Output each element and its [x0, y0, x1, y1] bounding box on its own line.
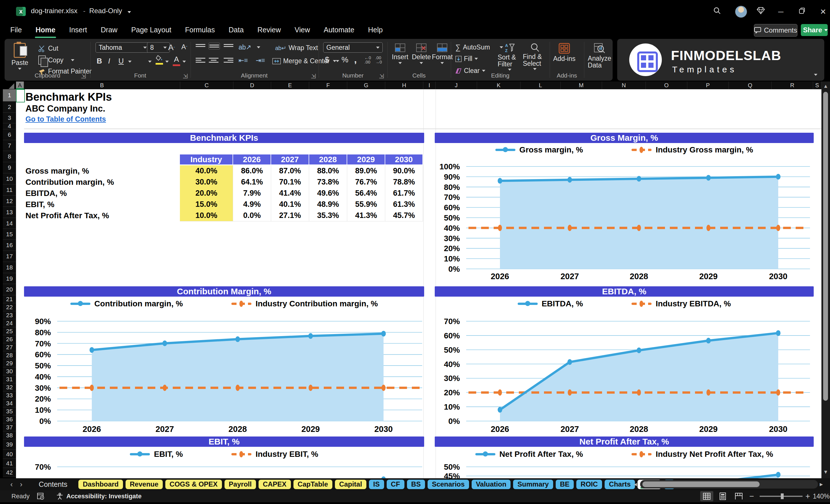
grow-font-button[interactable]: Aˆ — [168, 43, 175, 52]
row-header-39[interactable]: 39 — [3, 439, 16, 450]
table-of-contents-link[interactable]: Go to Table of Contents — [26, 115, 106, 123]
sort-filter-button[interactable]: AZ Sort & Filter — [498, 43, 522, 71]
sheet-tab-charts[interactable]: Charts — [605, 480, 635, 489]
underline-button[interactable]: U — [119, 57, 124, 65]
row-header-41[interactable]: 41 — [3, 459, 16, 468]
search-icon[interactable] — [711, 6, 723, 17]
column-headers[interactable]: ABCDEFGHIJKLMNOPQRS — [16, 82, 822, 89]
horizontal-scrollbar[interactable] — [640, 480, 818, 489]
column-header-D[interactable]: D — [233, 82, 271, 89]
menu-tab-insert[interactable]: Insert — [69, 24, 88, 36]
column-header-K[interactable]: K — [477, 82, 520, 89]
row-header-6[interactable]: 6 — [3, 129, 16, 140]
autosum-button[interactable]: ∑ AutoSum — [455, 43, 503, 52]
hscroll-left-arrow[interactable]: ◂ — [634, 480, 637, 488]
comma-format-button[interactable]: , — [354, 54, 357, 65]
row-header-25[interactable]: 25 — [3, 327, 16, 335]
kpi-cell[interactable]: 40.1% — [271, 199, 309, 210]
row-header-20[interactable]: 20 — [3, 284, 16, 295]
row-header-9[interactable]: 9 — [3, 162, 16, 174]
hscroll-thumb[interactable] — [642, 481, 760, 487]
sheet-tab-captable[interactable]: CapTable — [293, 480, 332, 489]
orientation-button[interactable]: ab↗ — [238, 43, 251, 51]
row-header-22[interactable]: 22 — [3, 303, 16, 311]
zoom-in-button[interactable]: + — [805, 490, 810, 502]
kpi-cell[interactable]: 35.3% — [309, 210, 347, 221]
cut-button[interactable]: Cut — [38, 44, 58, 52]
top-align-button[interactable] — [196, 43, 205, 48]
align-center-button[interactable] — [209, 57, 219, 64]
sheet-tab-payroll[interactable]: Payroll — [225, 480, 256, 489]
shrink-font-button[interactable]: Aˇ — [181, 43, 187, 51]
row-header-33[interactable]: 33 — [3, 391, 16, 399]
sheet-tab-is[interactable]: IS — [369, 480, 384, 489]
menu-tab-formulas[interactable]: Formulas — [185, 24, 215, 36]
number-dialog-launcher[interactable]: ↘ — [379, 74, 384, 78]
kpi-cell[interactable]: 7.9% — [233, 188, 271, 199]
menu-tab-home[interactable]: Home — [35, 24, 56, 36]
row-header-4[interactable]: 4 — [3, 123, 16, 129]
menu-tab-review[interactable]: Review — [257, 24, 281, 36]
vscroll-up-arrow[interactable]: ▲ — [822, 83, 830, 89]
zoom-level[interactable]: 140% — [813, 490, 830, 502]
kpi-cell[interactable]: 40.0% — [180, 165, 233, 177]
row-header-3[interactable]: 3 — [3, 113, 16, 123]
column-header-L[interactable]: L — [520, 82, 561, 89]
row-header-35[interactable]: 35 — [3, 407, 16, 415]
kpi-cell[interactable]: 88.0% — [309, 165, 347, 177]
delete-cells-button[interactable]: ✕ Delete — [412, 43, 431, 64]
fill-color-dropdown[interactable] — [165, 61, 169, 63]
column-header-P[interactable]: P — [687, 82, 729, 89]
macro-record-icon[interactable] — [37, 490, 44, 502]
row-header-18[interactable]: 18 — [3, 262, 16, 273]
kpi-cell[interactable]: 4.9% — [233, 199, 271, 210]
row-header-34[interactable]: 34 — [3, 399, 16, 407]
paste-button[interactable]: Paste — [11, 43, 28, 70]
accessibility-status[interactable]: Accessibility: Investigate — [56, 490, 141, 502]
bottom-align-button[interactable] — [224, 43, 233, 48]
row-header-7[interactable]: 7 — [3, 140, 16, 151]
menu-tab-file[interactable]: File — [10, 24, 22, 36]
kpi-cell[interactable]: 70.1% — [271, 177, 309, 188]
row-header-31[interactable]: 31 — [3, 375, 16, 383]
row-header-42[interactable]: 42 — [3, 468, 16, 477]
wrap-text-button[interactable]: ab↵ Wrap Text — [275, 44, 318, 52]
add-ins-button[interactable]: Add-ins — [553, 43, 575, 63]
menu-tab-view[interactable]: View — [294, 24, 311, 36]
row-header-1[interactable]: 1 — [3, 89, 16, 101]
font-dialog-launcher[interactable]: ↘ — [183, 74, 188, 78]
row-header-15[interactable]: 15 — [3, 229, 16, 240]
row-header-14[interactable]: 14 — [3, 218, 16, 229]
kpi-cell[interactable]: 0.0% — [233, 210, 271, 221]
kpi-cell[interactable]: 61.3% — [385, 199, 423, 210]
fill-button[interactable]: Fill — [455, 55, 478, 63]
sheet-tab-roic[interactable]: ROIC — [576, 480, 602, 489]
kpi-cell[interactable]: 78.8% — [385, 177, 423, 188]
row-header-12[interactable]: 12 — [3, 196, 16, 207]
decrease-decimal-button[interactable]: .00→0 — [375, 56, 382, 64]
menu-tab-page-layout[interactable]: Page Layout — [131, 24, 172, 36]
kpi-cell[interactable]: 64.1% — [233, 177, 271, 188]
kpi-cell[interactable]: 61.7% — [385, 188, 423, 199]
alignment-dialog-launcher[interactable]: ↘ — [311, 74, 316, 78]
kpi-cell[interactable]: 55.9% — [347, 199, 385, 210]
close-button[interactable]: ✕ — [817, 6, 829, 17]
decrease-indent-button[interactable]: ⇤≡ — [238, 57, 248, 64]
column-header-B[interactable]: B — [24, 82, 180, 89]
borders-dropdown[interactable] — [148, 61, 152, 63]
kpi-cell[interactable]: 90.0% — [385, 165, 423, 177]
kpi-cell[interactable]: 20.0% — [180, 188, 233, 199]
increase-decimal-button[interactable]: ←0.00 — [364, 56, 371, 64]
kpi-cell[interactable]: 48.9% — [309, 199, 347, 210]
kpi-cell[interactable]: 15.0% — [180, 199, 233, 210]
align-right-button[interactable] — [224, 57, 233, 64]
select-all-corner[interactable] — [8, 83, 14, 89]
row-header-23[interactable]: 23 — [3, 311, 16, 319]
kpi-cell[interactable]: 45.7% — [385, 210, 423, 221]
row-header-19[interactable]: 19 — [3, 273, 16, 284]
kpi-cell[interactable]: 76.7% — [347, 177, 385, 188]
row-headers[interactable]: 1234678910111213141516171819202122232425… — [3, 89, 16, 477]
number-format-select[interactable]: General — [323, 42, 383, 53]
kpi-cell[interactable]: 89.0% — [347, 165, 385, 177]
font-color-button[interactable]: A — [173, 55, 180, 66]
